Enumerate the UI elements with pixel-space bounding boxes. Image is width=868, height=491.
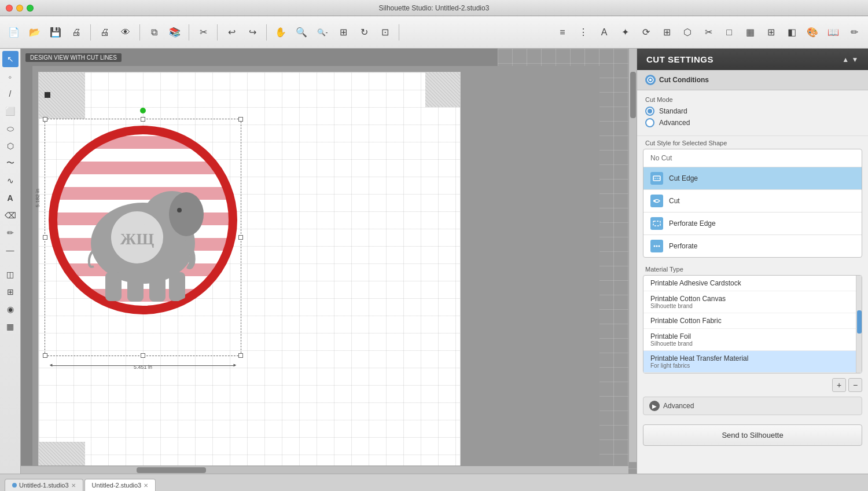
circle-view-tool[interactable]: ◉	[2, 301, 19, 317]
save-button[interactable]: 💾	[46, 23, 65, 42]
print-reg-button[interactable]: □	[720, 23, 738, 42]
cut-style-perforate[interactable]: Perforate	[643, 235, 862, 257]
toolbar-sep-3	[189, 24, 189, 41]
cut-style-perforate-edge[interactable]: Perforate Edge	[643, 212, 862, 235]
ellipse-tool[interactable]: ⬭	[2, 120, 19, 137]
maximize-button[interactable]	[27, 5, 34, 12]
edit-button[interactable]: ✏	[845, 23, 863, 42]
tab-untitled1[interactable]: Untitled-1.studio3 ✕	[5, 479, 83, 491]
print-preview-button[interactable]: 👁	[116, 23, 135, 42]
print-button[interactable]: 🖨	[95, 23, 114, 42]
mode-standard-row[interactable]: Standard	[645, 107, 860, 116]
cut-style-no-cut[interactable]: No Cut	[643, 149, 862, 167]
minimize-button[interactable]	[16, 5, 23, 12]
canvas-scrollbar-h[interactable]	[21, 466, 628, 474]
rotate-button[interactable]: ↻	[355, 23, 373, 42]
canvas-scrollbar-v[interactable]	[628, 49, 637, 462]
duplicate-button[interactable]: ⧉	[145, 23, 163, 42]
draw-tool[interactable]: /	[2, 86, 19, 102]
mode-standard-radio[interactable]	[645, 107, 654, 116]
new-button[interactable]: 📄	[5, 23, 23, 42]
handle-ml[interactable]	[43, 235, 47, 240]
material-cotton-canvas[interactable]: Printable Cotton Canvas Silhouette brand	[643, 291, 862, 313]
fit-button[interactable]: ⊞	[334, 23, 352, 42]
bezier-tool[interactable]: ∿	[2, 173, 19, 189]
panel-up-icon[interactable]: ▲	[842, 56, 849, 64]
tab-untitled2[interactable]: Untitled-2.studio3 ✕	[84, 479, 156, 491]
cut-settings-panel-button[interactable]: ✂	[699, 23, 718, 42]
media-button[interactable]: ▦	[741, 23, 759, 42]
handle-mr[interactable]	[238, 235, 243, 240]
fill-button[interactable]: ✦	[616, 23, 634, 42]
perforate-label: Perforate	[669, 242, 697, 250]
trace-button[interactable]: ⟳	[637, 23, 655, 42]
panel-down-icon[interactable]: ▼	[852, 56, 859, 64]
handle-tr[interactable]	[238, 117, 243, 122]
line-tool[interactable]: —	[2, 242, 19, 258]
material-remove-button[interactable]: −	[848, 378, 862, 392]
mode-advanced-radio[interactable]	[645, 118, 654, 127]
zoom-out-button[interactable]: 🔍-	[313, 23, 332, 42]
scrollbar-h-thumb[interactable]	[137, 467, 206, 473]
material-adhesive-cardstock[interactable]: Printable Adhesive Cardstock	[643, 276, 862, 291]
mode-advanced-row[interactable]: Advanced	[645, 118, 860, 127]
zoom-in-button[interactable]: 🔍	[292, 23, 311, 42]
node-tool[interactable]: ⬦	[2, 68, 19, 85]
select-tool[interactable]: ↖	[2, 51, 19, 67]
tab-close-2[interactable]: ✕	[144, 482, 148, 489]
redo-button[interactable]: ↪	[243, 23, 262, 42]
layers-button[interactable]: ◧	[782, 23, 801, 42]
scrollbar-v-thumb[interactable]	[630, 72, 636, 118]
grid-view-tool[interactable]: ⊞	[2, 284, 19, 300]
handle-br[interactable]	[238, 353, 243, 358]
color-button[interactable]: 🎨	[803, 23, 822, 42]
handle-tl[interactable]	[43, 117, 47, 122]
material-add-button[interactable]: +	[832, 378, 846, 392]
handle-bc[interactable]	[141, 353, 145, 358]
page-view-tool[interactable]: ◫	[2, 266, 19, 283]
transform-button[interactable]: ⊡	[376, 23, 394, 42]
close-button[interactable]	[6, 5, 13, 12]
layout-tool[interactable]: ▦	[2, 318, 19, 335]
pen-tool[interactable]: 〜	[2, 155, 19, 171]
window-controls[interactable]	[6, 5, 34, 12]
polygon-tool[interactable]: ⬡	[2, 138, 19, 154]
cut-style-cut[interactable]: Cut	[643, 190, 862, 212]
align-button[interactable]: ≡	[553, 23, 572, 42]
material-foil[interactable]: Printable Foil Silhouette brand	[643, 329, 862, 351]
undo-button[interactable]: ↩	[222, 23, 241, 42]
cut-style-box: No Cut Cut Edge Cut	[643, 149, 862, 258]
material-cotton-fabric[interactable]: Printable Cotton Fabric	[643, 313, 862, 329]
material-scrollbar[interactable]	[856, 276, 862, 373]
save-as-button[interactable]: 🖨	[67, 23, 86, 42]
tab-close-1[interactable]: ✕	[71, 482, 76, 489]
pencil-tool[interactable]: ✏	[2, 225, 19, 241]
rectangle-tool[interactable]: ⬜	[2, 103, 19, 119]
design-graphic[interactable]: ЖЩ	[47, 124, 238, 316]
replicate-button[interactable]: ⊞	[657, 23, 676, 42]
rotation-handle[interactable]	[140, 108, 146, 113]
weld-button[interactable]: ⬡	[678, 23, 697, 42]
eraser-tool[interactable]: ⌫	[2, 207, 19, 223]
paper[interactable]: 5.182 in 5.451 in ◄ ►	[38, 72, 461, 474]
handle-bl[interactable]	[43, 353, 47, 358]
send-to-silhouette-button[interactable]: Send to Silhouette	[643, 424, 862, 446]
distribute-button[interactable]: ⋮	[574, 23, 593, 42]
mode-standard-label: Standard	[659, 107, 687, 115]
text-button[interactable]: A	[595, 23, 613, 42]
dimension-vertical: 5.182 in	[35, 189, 41, 207]
material-controls: + −	[643, 378, 862, 392]
material-heat-transfer[interactable]: Printable Heat Transfer Material For lig…	[643, 351, 862, 373]
library2-button[interactable]: 📖	[824, 23, 843, 42]
material-scrollbar-thumb[interactable]	[857, 310, 862, 334]
library-button[interactable]: 📚	[165, 23, 184, 42]
svg-point-27	[654, 246, 656, 247]
open-button[interactable]: 📂	[25, 23, 44, 42]
advanced-section[interactable]: ▶ Advanced	[643, 397, 862, 415]
grid-button[interactable]: ⊞	[762, 23, 780, 42]
cut-button[interactable]: ✂	[194, 23, 212, 42]
cut-style-cut-edge[interactable]: Cut Edge	[643, 167, 862, 190]
text-tool[interactable]: A	[2, 190, 19, 206]
handle-tc[interactable]	[141, 117, 145, 122]
pan-button[interactable]: ✋	[271, 23, 290, 42]
